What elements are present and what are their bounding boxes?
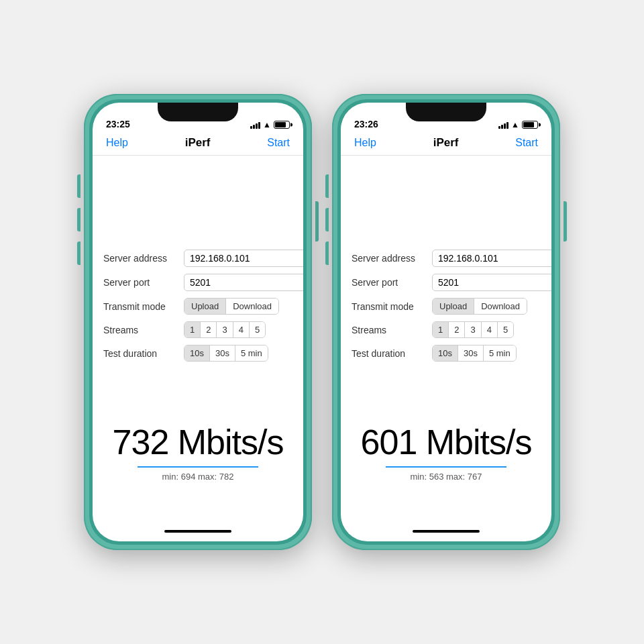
phone-1-transmit-mode-label: Transmit mode [103,301,184,312]
phone-2-server-port-row: Server port [352,274,541,291]
phone-2-speed-minmax: min: 563 max: 767 [411,472,482,482]
phone-2-server-address-input[interactable] [432,250,551,267]
phone-2-download-btn[interactable]: Download [474,299,527,314]
signal-bar-1 [250,126,252,129]
phone-2-top-spacer [341,156,551,236]
phones-container: 23:25 ▲ [84,94,560,550]
phone-1-duration-30s[interactable]: 30s [209,345,235,361]
phone-2-server-port-input[interactable] [432,274,551,291]
phone-1-stream-4[interactable]: 4 [233,322,249,337]
phone-1-duration-control: 10s 30s 5 min [184,345,268,362]
phone-1-signal [250,121,260,129]
phone-2-signal [498,121,508,129]
phone-1-battery [274,121,290,129]
phone-2-stream-2[interactable]: 2 [448,322,464,337]
phone-2: 23:26 ▲ [332,94,560,550]
signal-bar-3 [504,123,506,129]
phone-2-battery [522,121,538,129]
phone-1-server-address-row: Server address [103,250,292,267]
signal-bar-4 [506,122,508,129]
signal-bar-1 [498,126,500,129]
phone-2-server-address-row: Server address [352,250,541,267]
phone-1-battery-fill [275,122,286,127]
phone-1-notch [158,103,238,121]
phone-2-stream-5[interactable]: 5 [497,322,513,337]
phone-1-top-spacer [93,156,303,236]
phone-2-server-address-label: Server address [352,253,432,264]
phone-2-transmit-mode-control: Upload Download [432,298,527,315]
phone-2-screen: 23:26 ▲ [341,103,551,541]
phone-1-download-btn[interactable]: Download [225,299,278,314]
signal-bar-3 [256,123,258,129]
phone-1-streams-row: Streams 1 2 3 4 5 [103,321,292,338]
phone-2-duration-row: Test duration 10s 30s 5 min [352,345,541,362]
phone-1-stream-2[interactable]: 2 [200,322,216,337]
phone-2-battery-fill [523,122,534,127]
phone-2-duration-label: Test duration [352,348,432,359]
phone-1-stream-1[interactable]: 1 [184,322,200,337]
phone-2-transmit-mode-label: Transmit mode [352,301,432,312]
phone-1-duration-row: Test duration 10s 30s 5 min [103,345,292,362]
phone-2-start-button[interactable]: Start [515,137,538,149]
phone-2-speed-area: 601 Mbits/s min: 563 max: 767 [341,368,551,521]
phone-1-time: 23:25 [106,119,130,129]
phone-2-nav-bar: Help iPerf Start [341,132,551,156]
phone-1-speed-divider [138,466,258,468]
phone-2-server-port-label: Server port [352,277,432,288]
phone-1-server-port-input[interactable] [184,274,303,291]
phone-1: 23:25 ▲ [84,94,312,550]
signal-bar-2 [253,125,255,129]
phone-1-upload-btn[interactable]: Upload [184,299,225,314]
phone-2-duration-5min[interactable]: 5 min [483,345,516,361]
phone-1-home-indicator [93,521,303,541]
phone-1-screen: 23:25 ▲ [93,103,303,541]
phone-2-duration-30s[interactable]: 30s [458,345,483,361]
phone-2-transmit-mode-row: Transmit mode Upload Download [352,298,541,315]
phone-1-stream-5[interactable]: 5 [249,322,265,337]
phone-1-status-icons: ▲ [250,120,290,129]
phone-1-nav-bar: Help iPerf Start [93,132,303,156]
phone-1-help-button[interactable]: Help [106,137,128,149]
phone-1-server-port-row: Server port [103,274,292,291]
phone-1-speed-minmax: min: 694 max: 782 [162,472,234,482]
phone-2-upload-btn[interactable]: Upload [433,299,474,314]
phone-1-speed-value: 732 Mbits/s [113,422,284,462]
phone-2-streams-label: Streams [352,325,432,335]
phone-1-inner: 23:25 ▲ [89,99,307,545]
phone-2-home-indicator [341,521,551,541]
phone-1-duration-5min[interactable]: 5 min [235,345,268,361]
phone-1-speed-area: 732 Mbits/s min: 694 max: 782 [93,368,303,521]
phone-1-transmit-mode-control: Upload Download [184,298,279,315]
phone-2-speed-value: 601 Mbits/s [361,422,532,462]
phone-2-streams-row: Streams 1 2 3 4 5 [352,321,541,338]
phone-1-server-address-label: Server address [103,253,184,264]
phone-2-notch [406,103,486,121]
phone-1-home-bar [164,530,231,533]
signal-bar-4 [258,122,260,129]
phone-2-duration-10s[interactable]: 10s [433,345,458,361]
phone-1-streams-label: Streams [103,325,184,335]
phone-2-wifi-icon: ▲ [511,120,519,129]
phone-2-stream-4[interactable]: 4 [481,322,497,337]
phone-2-duration-control: 10s 30s 5 min [432,345,517,362]
phone-1-server-port-label: Server port [103,277,184,288]
phone-2-stream-3[interactable]: 3 [464,322,480,337]
phone-1-streams-control: 1 2 3 4 5 [184,321,266,338]
phone-1-form: Server address Server port Transmit mode… [93,236,303,368]
phone-2-speed-divider [386,466,506,468]
phone-1-stream-3[interactable]: 3 [216,322,232,337]
phone-1-transmit-mode-row: Transmit mode Upload Download [103,298,292,315]
phone-2-streams-control: 1 2 3 4 5 [432,321,514,338]
phone-2-inner: 23:26 ▲ [337,99,555,545]
phone-1-wifi-icon: ▲ [263,120,271,129]
phone-1-duration-10s[interactable]: 10s [184,345,209,361]
phone-2-time: 23:26 [354,119,378,129]
phone-1-title: iPerf [185,136,211,150]
phone-2-help-button[interactable]: Help [354,137,376,149]
phone-2-stream-1[interactable]: 1 [433,322,448,337]
phone-1-start-button[interactable]: Start [267,137,290,149]
phone-2-title: iPerf [433,136,459,150]
phone-1-duration-label: Test duration [103,348,184,359]
phone-2-status-icons: ▲ [498,120,538,129]
phone-1-server-address-input[interactable] [184,250,303,267]
